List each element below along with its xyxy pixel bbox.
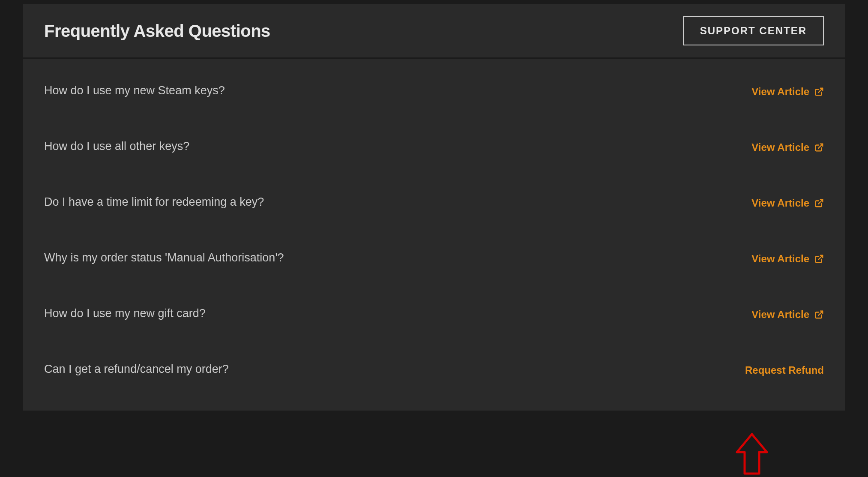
external-link-icon [814, 143, 824, 152]
svg-line-4 [818, 311, 823, 315]
faq-panel: Frequently Asked Questions SUPPORT CENTE… [23, 4, 845, 411]
faq-question: Do I have a time limit for redeeming a k… [44, 195, 264, 209]
faq-header: Frequently Asked Questions SUPPORT CENTE… [23, 4, 845, 59]
external-link-icon [814, 198, 824, 208]
request-refund-link[interactable]: Request Refund [745, 364, 824, 376]
view-article-label: View Article [751, 86, 809, 98]
view-article-link[interactable]: View Article [751, 141, 824, 153]
page-title: Frequently Asked Questions [44, 21, 270, 41]
svg-line-2 [818, 200, 823, 204]
external-link-icon [814, 87, 824, 96]
annotation-up-arrow [728, 431, 775, 477]
view-article-label: View Article [751, 253, 809, 265]
faq-question: How do I use my new Steam keys? [44, 84, 225, 97]
svg-line-0 [818, 88, 823, 93]
view-article-link[interactable]: View Article [751, 253, 824, 265]
external-link-icon [814, 254, 824, 264]
faq-question: Can I get a refund/cancel my order? [44, 363, 229, 376]
external-link-icon [814, 310, 824, 319]
faq-question: Why is my order status 'Manual Authorisa… [44, 251, 284, 264]
view-article-link[interactable]: View Article [751, 309, 824, 321]
support-center-button[interactable]: SUPPORT CENTER [683, 16, 824, 45]
view-article-label: View Article [751, 141, 809, 153]
faq-item: Why is my order status 'Manual Authorisa… [44, 226, 824, 282]
faq-question: How do I use my new gift card? [44, 307, 206, 320]
svg-line-3 [818, 255, 823, 260]
view-article-label: View Article [751, 197, 809, 209]
view-article-label: View Article [751, 309, 809, 321]
view-article-link[interactable]: View Article [751, 197, 824, 209]
request-refund-label: Request Refund [745, 364, 824, 376]
faq-item: How do I use my new Steam keys? View Art… [44, 59, 824, 115]
view-article-link[interactable]: View Article [751, 86, 824, 98]
faq-item: How do I use all other keys? View Articl… [44, 115, 824, 171]
faq-item: How do I use my new gift card? View Arti… [44, 282, 824, 338]
faq-item: Can I get a refund/cancel my order? Requ… [44, 338, 824, 393]
faq-item: Do I have a time limit for redeeming a k… [44, 171, 824, 226]
faq-list: How do I use my new Steam keys? View Art… [23, 59, 845, 411]
faq-question: How do I use all other keys? [44, 140, 189, 153]
svg-line-1 [818, 144, 823, 148]
